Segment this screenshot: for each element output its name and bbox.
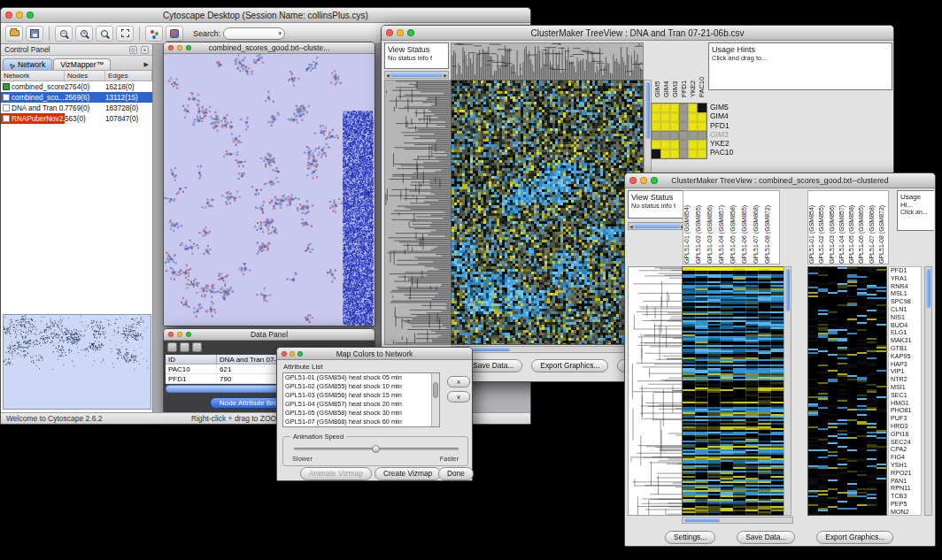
row-dendrogram[interactable]	[384, 80, 451, 345]
scrollbar-thumb[interactable]	[390, 73, 443, 77]
scrollbar-thumb[interactable]	[684, 518, 720, 522]
minimize-icon[interactable]	[640, 177, 647, 184]
gene-label[interactable]: MON2	[891, 509, 921, 516]
zoom-selected-button[interactable]	[96, 26, 113, 42]
maximize-icon[interactable]	[186, 45, 191, 50]
tab-overflow-icon[interactable]: ▶	[143, 61, 151, 70]
data-panel-titlebar[interactable]: Data Panel	[164, 329, 374, 341]
save-session-button[interactable]	[26, 26, 43, 42]
maximize-icon[interactable]	[186, 332, 191, 337]
minimize-icon[interactable]	[177, 45, 182, 50]
maximize-icon[interactable]	[297, 351, 303, 357]
tab-vizmapper[interactable]: VizMapper™	[53, 58, 111, 70]
tab-network[interactable]: Network	[3, 58, 52, 70]
scrollbar-thumb[interactable]	[785, 269, 790, 311]
table-icon[interactable]	[180, 342, 189, 352]
arrow-left-icon[interactable]: ◀	[386, 73, 390, 78]
list-scrollbar[interactable]	[431, 373, 439, 426]
panel-search-icon[interactable]: ⊙	[129, 46, 137, 54]
heatmap-hscrollbar[interactable]	[451, 346, 644, 353]
correlation-matrix[interactable]	[651, 103, 707, 159]
maximize-icon[interactable]	[27, 12, 34, 19]
minimize-icon[interactable]	[290, 351, 295, 357]
zoom-fit-icon	[121, 29, 129, 37]
treeview-combined-titlebar[interactable]: ClusterMaker TreeView : combined_scores_…	[625, 173, 935, 188]
tree-nav-scrollbar[interactable]: ◀▶	[628, 222, 686, 230]
header-edges[interactable]: Edges	[105, 71, 152, 81]
attribute-item[interactable]: GPL51-02 (GSM855) heat shock 10 min	[283, 382, 432, 391]
network-row[interactable]: RNAPuberNov2... 563(0) 107847(0)	[1, 113, 152, 124]
zoom-out-button[interactable]: −	[55, 26, 73, 42]
attribute-listbox[interactable]: GPL51-01 (GSM854) heat shock 05 minGPL51…	[282, 372, 440, 427]
network-row[interactable]: combined_sco... 2569(6) 13112(15)	[1, 92, 152, 103]
treeview-button[interactable]: Export Graphics...	[531, 359, 608, 372]
secondary-heatmap[interactable]	[807, 266, 887, 516]
database-icon[interactable]	[192, 342, 202, 352]
attribute-item[interactable]: GPL51-07 (GSM868) heat shock 60 min	[283, 418, 432, 426]
vizmapper-tool-button[interactable]	[166, 26, 183, 42]
id-column-header[interactable]: ID	[166, 355, 217, 364]
maximize-icon[interactable]	[407, 29, 414, 36]
attribute-item[interactable]: GPL51-05 (GSM858) heat shock 30 min	[283, 409, 432, 418]
search-label: Search:	[193, 29, 220, 38]
minimize-icon[interactable]	[177, 332, 182, 337]
header-nodes[interactable]: Nodes	[65, 71, 105, 81]
speed-slider-thumb[interactable]	[372, 445, 380, 453]
heatmap-hscrollbar[interactable]	[682, 517, 793, 524]
network-row[interactable]: DNA and Tran 0... 7769(0) 183728(0)	[1, 103, 152, 113]
done-button[interactable]: Done	[438, 467, 474, 480]
expression-heatmap[interactable]	[451, 80, 644, 345]
search-input[interactable]: ▾	[223, 27, 285, 40]
scrollbar-thumb[interactable]	[433, 382, 438, 398]
minimize-icon[interactable]	[16, 12, 23, 19]
arrow-right-icon[interactable]: ▶	[444, 73, 447, 78]
zoom-in-button[interactable]: +	[75, 26, 93, 42]
arrow-left-icon[interactable]: ◀	[629, 224, 633, 229]
scrollbar-thumb[interactable]	[645, 82, 650, 139]
tab-network-label: Network	[18, 60, 45, 69]
network-overview-thumbnail[interactable]	[3, 314, 151, 410]
maximize-icon[interactable]	[651, 177, 658, 184]
treeview-button[interactable]: Export Graphics...	[816, 531, 893, 544]
grid-icon[interactable]	[167, 342, 177, 352]
attribute-item[interactable]: GPL51-03 (GSM856) heat shock 15 min	[283, 391, 432, 400]
window-controls	[5, 12, 34, 19]
map-colors-titlebar[interactable]: Map Colors to Network	[277, 348, 472, 360]
column-dendrogram[interactable]	[451, 42, 644, 80]
move-up-button[interactable]: ∧	[447, 376, 470, 387]
treeview-button[interactable]: Save Data...	[737, 531, 795, 544]
chevron-down-icon[interactable]: ▾	[279, 30, 282, 37]
header-network[interactable]: Network	[1, 71, 65, 81]
network-view-canvas[interactable]	[164, 54, 374, 326]
close-icon[interactable]	[168, 332, 174, 337]
close-icon[interactable]	[386, 29, 393, 36]
zoom-fit-button[interactable]	[116, 26, 134, 42]
scrollbar-thumb[interactable]	[926, 269, 930, 308]
speed-slider-track[interactable]	[294, 448, 459, 450]
row-dendrogram[interactable]	[628, 266, 683, 516]
cytoscape-titlebar[interactable]: Cytoscape Desktop (Session Name: collins…	[1, 8, 530, 23]
network-view-titlebar[interactable]: combined_scores_good.txt--cluste...	[164, 42, 374, 54]
close-icon[interactable]	[282, 351, 287, 357]
panel-close-icon[interactable]: ×	[141, 46, 149, 54]
attribute-item[interactable]: GPL51-01 (GSM854) heat shock 05 min	[283, 373, 432, 382]
matrix-row-label: GIM3	[710, 130, 733, 139]
network-row[interactable]: combined_scores 2764(0) 16218(0)	[1, 81, 152, 92]
treeview-dna-titlebar[interactable]: ClusterMaker TreeView : DNA and Tran 07-…	[382, 26, 893, 41]
attribute-item[interactable]: GPL51-04 (GSM857) heat shock 20 min	[283, 400, 432, 409]
network-tool-button[interactable]	[145, 26, 163, 42]
treeview-button[interactable]: Settings...	[665, 531, 715, 544]
minimize-icon[interactable]	[397, 29, 404, 36]
open-session-button[interactable]	[5, 26, 23, 42]
gene-list-scrollbar[interactable]	[924, 266, 932, 516]
expression-heatmap[interactable]	[682, 266, 784, 516]
close-icon[interactable]	[5, 12, 12, 19]
close-icon[interactable]	[168, 45, 174, 50]
create-vizmap-button[interactable]: Create Vizmap	[374, 467, 441, 480]
close-icon[interactable]	[629, 177, 637, 184]
scrollbar-thumb[interactable]	[634, 224, 680, 228]
move-down-button[interactable]: ∨	[447, 391, 470, 403]
treeview-button[interactable]: Save Data...	[464, 359, 522, 372]
tree-nav-scrollbar[interactable]: ◀▶	[384, 71, 449, 79]
heatmap-vscrollbar[interactable]	[784, 266, 791, 516]
